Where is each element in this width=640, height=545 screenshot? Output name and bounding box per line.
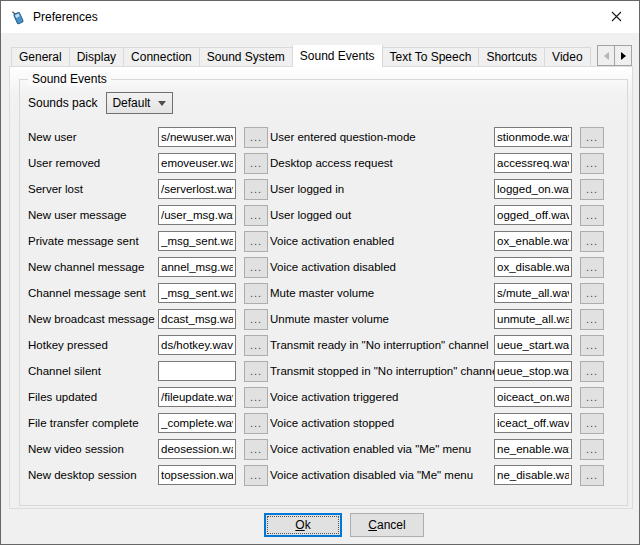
sound-file-input[interactable]: [494, 335, 572, 355]
window-title: Preferences: [33, 10, 98, 24]
browse-button[interactable]: ...: [580, 153, 604, 174]
tab-sound-events[interactable]: Sound Events: [292, 45, 383, 67]
sound-file-input[interactable]: [494, 231, 572, 251]
tab-scroll-left-button[interactable]: [597, 45, 615, 66]
browse-button[interactable]: ...: [580, 413, 604, 434]
sound-file-input[interactable]: [158, 335, 236, 355]
sound-file-input[interactable]: [158, 465, 236, 485]
browse-button[interactable]: ...: [580, 387, 604, 408]
sound-event-row: Voice activation triggered...: [270, 384, 626, 410]
browse-button[interactable]: ...: [580, 205, 604, 226]
sound-event-row: Voice activation stopped...: [270, 410, 626, 436]
sound-event-row: Server lost...: [28, 176, 286, 202]
sound-file-input[interactable]: [494, 205, 572, 225]
browse-button[interactable]: ...: [580, 127, 604, 148]
browse-button[interactable]: ...: [580, 283, 604, 304]
sound-event-row: Hotkey pressed...: [28, 332, 286, 358]
sound-event-row: Desktop access request...: [270, 150, 626, 176]
event-label: Voice activation disabled via "Me" menu: [270, 469, 494, 481]
sound-event-row: Voice activation enabled...: [270, 228, 626, 254]
sound-file-input[interactable]: [158, 413, 236, 433]
sound-file-input[interactable]: [494, 127, 572, 147]
browse-button[interactable]: ...: [580, 465, 604, 486]
sound-event-row: Voice activation disabled via "Me" menu.…: [270, 462, 626, 488]
sound-file-input[interactable]: [494, 283, 572, 303]
sound-file-input[interactable]: [158, 309, 236, 329]
sound-file-input[interactable]: [494, 465, 572, 485]
event-label: User logged out: [270, 209, 494, 221]
browse-button[interactable]: ...: [244, 439, 268, 460]
event-label: File transfer complete: [28, 417, 158, 429]
arrow-left-icon: [604, 52, 609, 60]
arrow-right-icon: [621, 52, 626, 60]
browse-button[interactable]: ...: [244, 257, 268, 278]
sound-file-input[interactable]: [494, 153, 572, 173]
browse-button[interactable]: ...: [580, 439, 604, 460]
event-label: New user message: [28, 209, 158, 221]
browse-button[interactable]: ...: [244, 205, 268, 226]
sound-file-input[interactable]: [158, 439, 236, 459]
sound-event-row: Mute master volume...: [270, 280, 626, 306]
browse-button[interactable]: ...: [244, 309, 268, 330]
sound-file-input[interactable]: [494, 387, 572, 407]
browse-button[interactable]: ...: [244, 335, 268, 356]
sound-event-row: Private message sent...: [28, 228, 286, 254]
tab-general[interactable]: General: [11, 47, 70, 67]
sound-file-input[interactable]: [158, 179, 236, 199]
event-label: Voice activation triggered: [270, 391, 494, 403]
tab-video[interactable]: Video: [545, 47, 590, 67]
sound-file-input[interactable]: [494, 361, 572, 381]
browse-button[interactable]: ...: [580, 361, 604, 382]
browse-button[interactable]: ...: [580, 257, 604, 278]
event-label: Voice activation disabled: [270, 261, 494, 273]
ok-button[interactable]: Ok: [264, 513, 342, 537]
sound-file-input[interactable]: [494, 413, 572, 433]
tab-connection[interactable]: Connection: [124, 47, 200, 67]
sound-file-input[interactable]: [494, 257, 572, 277]
browse-button[interactable]: ...: [244, 413, 268, 434]
titlebar: Preferences: [1, 1, 639, 33]
sound-event-row: User logged in...: [270, 176, 626, 202]
sound-events-group: Sound Events Sounds pack Default New use…: [19, 79, 628, 506]
browse-button[interactable]: ...: [580, 335, 604, 356]
event-label: New broadcast message: [28, 313, 158, 325]
browse-button[interactable]: ...: [244, 179, 268, 200]
browse-button[interactable]: ...: [244, 127, 268, 148]
browse-button[interactable]: ...: [580, 231, 604, 252]
sound-file-input[interactable]: [158, 257, 236, 277]
sound-file-input[interactable]: [158, 283, 236, 303]
sound-file-input[interactable]: [494, 439, 572, 459]
sound-event-row: New channel message...: [28, 254, 286, 280]
sound-file-input[interactable]: [158, 387, 236, 407]
sound-file-input[interactable]: [158, 231, 236, 251]
browse-button[interactable]: ...: [244, 465, 268, 486]
browse-button[interactable]: ...: [244, 387, 268, 408]
tab-text-to-speech[interactable]: Text To Speech: [383, 47, 480, 67]
browse-button[interactable]: ...: [244, 283, 268, 304]
event-label: Channel message sent: [28, 287, 158, 299]
sound-event-row: New broadcast message...: [28, 306, 286, 332]
tab-scroll-right-button[interactable]: [614, 45, 632, 66]
event-label: Server lost: [28, 183, 158, 195]
tab-display[interactable]: Display: [70, 47, 124, 67]
browse-button[interactable]: ...: [244, 231, 268, 252]
sound-file-input[interactable]: [158, 127, 236, 147]
sound-event-row: Channel message sent...: [28, 280, 286, 306]
browse-button[interactable]: ...: [580, 309, 604, 330]
browse-button[interactable]: ...: [244, 361, 268, 382]
sound-event-row: Channel silent...: [28, 358, 286, 384]
browse-button[interactable]: ...: [580, 179, 604, 200]
app-icon: [10, 9, 26, 25]
sounds-pack-row: Sounds pack Default: [28, 92, 173, 114]
sound-file-input[interactable]: [158, 361, 236, 381]
sound-file-input[interactable]: [158, 205, 236, 225]
tab-sound-system[interactable]: Sound System: [200, 47, 293, 67]
sound-file-input[interactable]: [494, 309, 572, 329]
close-icon[interactable]: [593, 1, 639, 32]
sounds-pack-select[interactable]: Default: [106, 92, 173, 114]
sound-file-input[interactable]: [158, 153, 236, 173]
tab-shortcuts[interactable]: Shortcuts: [479, 47, 545, 67]
sound-file-input[interactable]: [494, 179, 572, 199]
browse-button[interactable]: ...: [244, 153, 268, 174]
cancel-button[interactable]: Cancel: [350, 513, 424, 537]
